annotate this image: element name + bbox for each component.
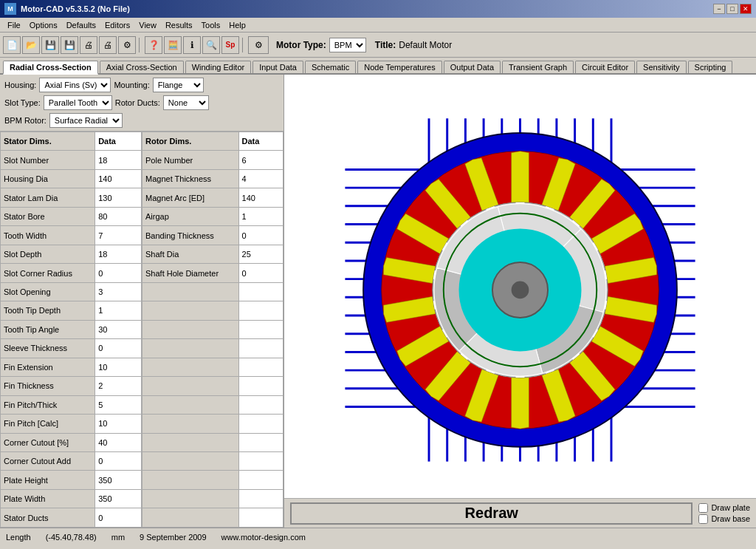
stator-value[interactable]: 1 xyxy=(95,301,142,320)
bpm-rotor-select[interactable]: Surface Radial Interior xyxy=(49,113,123,128)
stator-value[interactable]: 350 xyxy=(95,489,142,508)
help-button[interactable]: ❓ xyxy=(145,36,162,54)
tab-winding-editor[interactable]: Winding Editor xyxy=(185,61,252,73)
stator-value[interactable]: 40 xyxy=(95,433,142,451)
rotor-row xyxy=(142,282,284,301)
settings-button[interactable]: ⚙ xyxy=(118,36,136,54)
tab-circuit-editor[interactable]: Circuit Editor xyxy=(575,61,635,73)
menu-item-options[interactable]: Options xyxy=(25,20,62,30)
menu-item-editors[interactable]: Editors xyxy=(100,20,134,30)
menu-item-tools[interactable]: Tools xyxy=(197,20,225,30)
rotor-row: Airgap1 xyxy=(142,207,284,225)
rotor-value[interactable] xyxy=(238,282,283,301)
rotor-value[interactable] xyxy=(238,415,283,433)
menu-item-help[interactable]: Help xyxy=(224,20,250,30)
rotor-value[interactable]: 25 xyxy=(238,245,283,263)
minimize-button[interactable]: − xyxy=(713,4,725,14)
stator-value[interactable]: 30 xyxy=(95,320,142,338)
rotor-value[interactable]: 1 xyxy=(238,207,283,225)
calc-button[interactable]: 🧮 xyxy=(164,36,182,54)
stator-value[interactable]: 2 xyxy=(95,377,142,395)
rotor-ducts-select[interactable]: None Round Square xyxy=(163,95,209,110)
rotor-value[interactable]: 4 xyxy=(238,169,283,188)
housing-label: Housing: xyxy=(4,81,36,89)
stator-row: Stator Lam Dia130 xyxy=(1,188,142,207)
menu-item-file[interactable]: File xyxy=(3,20,25,30)
tab-output-data[interactable]: Output Data xyxy=(444,61,501,73)
open-button[interactable]: 📂 xyxy=(22,36,40,54)
rotor-value[interactable] xyxy=(238,471,283,489)
tab-radial-cross-section[interactable]: Radial Cross-Section xyxy=(3,61,98,75)
tab-scripting[interactable]: Scripting xyxy=(688,61,733,73)
sp-button[interactable]: Sp xyxy=(221,36,239,54)
menu-item-view[interactable]: View xyxy=(134,20,161,30)
tab-axial-cross-section[interactable]: Axial Cross-Section xyxy=(100,61,184,73)
motor-icon[interactable]: ⚙ xyxy=(248,36,269,54)
print-button[interactable]: 🖨 xyxy=(80,36,97,54)
close-button[interactable]: ✕ xyxy=(740,4,752,14)
maximize-button[interactable]: □ xyxy=(726,4,738,14)
redraw-button[interactable]: Redraw xyxy=(290,502,693,525)
stator-value[interactable]: 140 xyxy=(95,169,142,188)
menu-item-defaults[interactable]: Defaults xyxy=(62,20,100,30)
draw-base-checkbox[interactable] xyxy=(698,514,708,524)
rotor-table: Rotor Dims.DataPole Number6Magnet Thickn… xyxy=(142,132,284,528)
rotor-value[interactable] xyxy=(238,451,283,470)
rotor-value[interactable]: 6 xyxy=(238,151,283,169)
housing-select[interactable]: Axial Fins (Sv) None Water Jacket xyxy=(39,78,111,92)
stator-value[interactable]: 10 xyxy=(95,358,142,376)
stator-value[interactable]: 350 xyxy=(95,471,142,489)
stator-value[interactable]: 0 xyxy=(95,339,142,358)
save-button[interactable]: 💾 xyxy=(41,36,59,54)
rotor-value[interactable] xyxy=(238,301,283,320)
rotor-value[interactable] xyxy=(238,433,283,451)
controls-row: Housing: Axial Fins (Sv) None Water Jack… xyxy=(0,75,284,132)
print2-button[interactable]: 🖨 xyxy=(99,36,117,54)
stator-value[interactable]: 0 xyxy=(95,451,142,470)
slot-type-select[interactable]: Parallel Tooth Parallel Slot xyxy=(44,95,112,110)
rotor-value[interactable] xyxy=(238,320,283,338)
stator-value[interactable]: 7 xyxy=(95,226,142,245)
menu-item-results[interactable]: Results xyxy=(161,20,197,30)
stator-value[interactable]: 0 xyxy=(95,264,142,282)
draw-base-check[interactable]: Draw base xyxy=(698,514,750,524)
stator-value[interactable]: 3 xyxy=(95,282,142,301)
draw-plate-check[interactable]: Draw plate xyxy=(698,503,750,513)
stator-row: Fin Pitch/Thick5 xyxy=(1,395,142,414)
tab-schematic[interactable]: Schematic xyxy=(305,61,356,73)
stator-value[interactable]: 18 xyxy=(95,245,142,263)
housing-group: Housing: Axial Fins (Sv) None Water Jack… xyxy=(4,78,111,92)
motor-type-select[interactable]: BPM xyxy=(329,38,366,52)
rotor-value[interactable] xyxy=(238,377,283,395)
save2-button[interactable]: 💾 xyxy=(61,36,78,54)
stator-value[interactable]: 0 xyxy=(95,508,142,528)
tab-node-temperatures[interactable]: Node Temperatures xyxy=(357,61,441,73)
stator-value[interactable]: 10 xyxy=(95,415,142,433)
rotor-value[interactable] xyxy=(238,339,283,358)
mounting-select[interactable]: Flange End Cap xyxy=(153,78,204,92)
rotor-value[interactable] xyxy=(238,489,283,508)
slot-type-label: Slot Type: xyxy=(4,98,41,107)
search-button[interactable]: 🔍 xyxy=(202,36,220,54)
rotor-value[interactable] xyxy=(238,395,283,414)
stator-value[interactable]: 80 xyxy=(95,207,142,225)
title-label: Title: xyxy=(375,40,396,50)
stator-value[interactable]: 130 xyxy=(95,188,142,207)
stator-label: Corner Cutout [%] xyxy=(1,433,95,451)
info-button[interactable]: ℹ xyxy=(183,36,201,54)
new-button[interactable]: 📄 xyxy=(3,36,21,54)
stator-value[interactable]: 18 xyxy=(95,151,142,169)
rotor-value[interactable] xyxy=(238,358,283,376)
rotor-value[interactable] xyxy=(238,508,283,528)
rotor-value[interactable]: 0 xyxy=(238,264,283,282)
stator-row: Fin Thickness2 xyxy=(1,377,142,395)
rotor-value[interactable]: 140 xyxy=(238,188,283,207)
tab-sensitivity[interactable]: Sensitivity xyxy=(636,61,687,73)
tab-input-data[interactable]: Input Data xyxy=(252,61,303,73)
stator-value[interactable]: 5 xyxy=(95,395,142,414)
rotor-label xyxy=(142,358,239,376)
rotor-row xyxy=(142,320,284,338)
draw-plate-checkbox[interactable] xyxy=(698,503,708,513)
rotor-value[interactable]: 0 xyxy=(238,226,283,245)
tab-transient-graph[interactable]: Transient Graph xyxy=(502,61,574,73)
